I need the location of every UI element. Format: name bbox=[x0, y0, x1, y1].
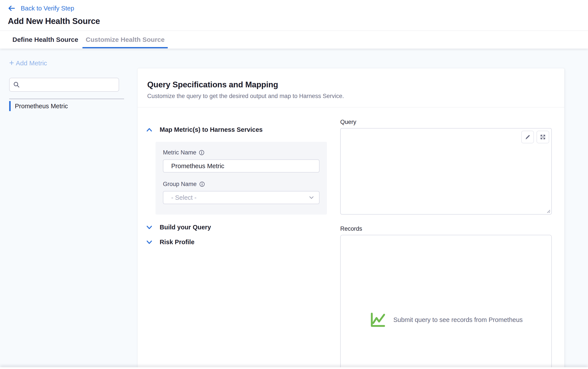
add-metric-button[interactable]: + Add Metric bbox=[9, 60, 47, 67]
card-header: Query Specifications and Mapping Customi… bbox=[138, 68, 564, 99]
content-area: + Add Metric Prometheus Metric Query Spe… bbox=[0, 49, 588, 369]
edit-query-button[interactable] bbox=[521, 131, 534, 143]
query-specifications-card: Query Specifications and Mapping Customi… bbox=[137, 68, 565, 369]
records-label: Records bbox=[340, 225, 362, 232]
line-chart-icon bbox=[369, 311, 387, 329]
card-body: Map Metric(s) to Harness Services Metric… bbox=[138, 107, 564, 369]
metric-item-label: Prometheus Metric bbox=[15, 103, 68, 110]
maximize-icon bbox=[540, 134, 546, 140]
query-actions bbox=[521, 131, 549, 143]
card-title: Query Specifications and Mapping bbox=[147, 80, 555, 90]
info-icon[interactable] bbox=[199, 181, 205, 187]
metric-search-input[interactable] bbox=[23, 78, 119, 91]
section-label: Risk Profile bbox=[160, 239, 195, 246]
sidebar-divider bbox=[9, 99, 124, 99]
search-icon bbox=[13, 81, 20, 88]
expand-query-button[interactable] bbox=[536, 131, 549, 143]
section-risk-profile[interactable]: Risk Profile bbox=[146, 239, 195, 246]
select-caret-icon bbox=[309, 196, 314, 199]
query-label: Query bbox=[340, 119, 356, 125]
section-label: Map Metric(s) to Harness Services bbox=[160, 126, 262, 133]
group-name-label: Group Name bbox=[163, 181, 197, 188]
section-build-your-query[interactable]: Build your Query bbox=[146, 224, 211, 231]
add-metric-label: Add Metric bbox=[16, 60, 47, 67]
page: Back to Verify Step Add New Health Sourc… bbox=[0, 0, 588, 369]
query-textarea[interactable] bbox=[340, 128, 552, 215]
sidebar-item-prometheus-metric[interactable]: Prometheus Metric bbox=[9, 101, 68, 111]
metric-search-box bbox=[9, 78, 119, 92]
group-name-label-row: Group Name bbox=[163, 181, 320, 188]
resize-handle-icon[interactable] bbox=[546, 209, 551, 213]
records-empty-text: Submit query to see records from Prometh… bbox=[393, 316, 523, 323]
records-empty-state: Submit query to see records from Prometh… bbox=[341, 311, 551, 329]
section-map-metrics[interactable]: Map Metric(s) to Harness Services bbox=[146, 126, 262, 133]
metric-name-input[interactable] bbox=[163, 160, 320, 172]
info-icon[interactable] bbox=[199, 150, 204, 155]
chevron-up-icon bbox=[146, 128, 152, 132]
selected-indicator-bar bbox=[9, 101, 11, 111]
metric-name-label: Metric Name bbox=[163, 149, 196, 156]
tab-bar: Define Health Source Customize Health So… bbox=[0, 31, 588, 49]
chevron-down-icon bbox=[146, 240, 152, 244]
group-select-placeholder: - Select - bbox=[171, 194, 197, 201]
card-subtitle: Customize the query to get the desired o… bbox=[147, 93, 555, 99]
records-panel: Submit query to see records from Prometh… bbox=[340, 235, 552, 369]
footer-bar bbox=[0, 367, 588, 369]
back-to-verify-step-link[interactable]: Back to Verify Step bbox=[8, 4, 74, 12]
tab-customize-health-source[interactable]: Customize Health Source bbox=[86, 31, 165, 48]
page-title: Add New Health Source bbox=[8, 17, 100, 26]
tab-define-health-source[interactable]: Define Health Source bbox=[12, 31, 78, 48]
chevron-down-icon bbox=[146, 225, 152, 229]
page-header: Back to Verify Step Add New Health Sourc… bbox=[0, 0, 588, 31]
pencil-icon bbox=[525, 134, 531, 140]
back-arrow-icon bbox=[8, 5, 15, 11]
group-name-select[interactable]: - Select - bbox=[163, 191, 320, 204]
metric-name-label-row: Metric Name bbox=[163, 149, 320, 156]
map-metrics-panel: Metric Name Group Name bbox=[156, 142, 327, 215]
back-link-label: Back to Verify Step bbox=[21, 5, 74, 12]
plus-icon: + bbox=[9, 60, 14, 66]
section-label: Build your Query bbox=[160, 224, 211, 231]
